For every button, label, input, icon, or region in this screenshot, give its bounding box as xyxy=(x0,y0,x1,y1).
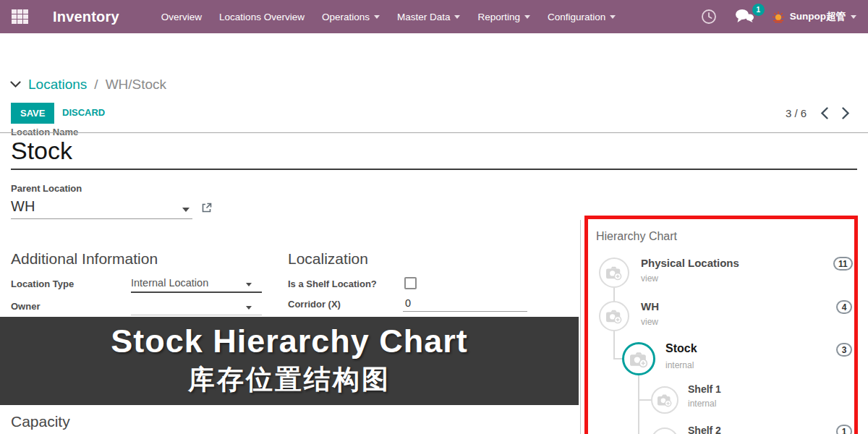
chevron-down-icon xyxy=(610,15,616,19)
pager-next-icon[interactable] xyxy=(842,107,850,119)
save-button[interactable]: SAVE xyxy=(11,103,54,124)
dropdown-caret-icon[interactable] xyxy=(246,283,252,286)
dropdown-caret-icon[interactable] xyxy=(182,208,190,212)
location-image-icon xyxy=(622,342,655,375)
menu-operations[interactable]: Operations xyxy=(322,12,380,22)
corridor-label: Corridor (X) xyxy=(288,299,341,310)
form-view: Locations / WH/Stock SAVE DISCARD 3 / 6 … xyxy=(0,33,868,434)
chevron-down-icon xyxy=(454,15,460,19)
tree-connector xyxy=(613,331,615,359)
section-additional-information: Additional Information xyxy=(11,250,158,268)
shelf-location-label: Is a Shelf Location? xyxy=(288,278,377,289)
location-type-label: Location Type xyxy=(11,278,74,289)
breadcrumb-separator: / xyxy=(94,77,98,93)
tree-connector xyxy=(638,375,639,401)
node-name: Shelf 2 xyxy=(688,425,721,434)
panel-divider xyxy=(580,220,581,434)
child-count-badge: 3 xyxy=(836,343,852,357)
location-name-underline xyxy=(11,169,857,170)
tree-connector xyxy=(638,399,652,401)
breadcrumb-locations-link[interactable]: Locations xyxy=(28,77,87,93)
apps-menu-icon[interactable] xyxy=(12,9,28,24)
parent-location-field[interactable]: WH xyxy=(11,198,35,215)
menu-configuration[interactable]: Configuration xyxy=(548,12,616,22)
tree-connector xyxy=(638,401,639,434)
hierarchy-node-physical-locations[interactable]: Physical Locations view 11 xyxy=(599,257,856,289)
dropdown-caret-icon[interactable] xyxy=(246,306,252,310)
location-image-icon xyxy=(651,386,678,414)
menu-master-data[interactable]: Master Data xyxy=(397,12,461,22)
section-capacity: Capacity xyxy=(11,413,70,430)
chevron-down-icon xyxy=(851,15,856,19)
node-type: internal xyxy=(665,360,694,370)
pager-counter: 3 / 6 xyxy=(786,107,807,119)
owner-label: Owner xyxy=(11,301,40,312)
breadcrumb-current: WH/Stock xyxy=(106,77,166,93)
navbar-systray: 1 Sunpop超管 xyxy=(701,8,868,26)
node-name: WH xyxy=(641,300,659,312)
chevron-down-icon xyxy=(374,15,380,19)
app-title[interactable]: Inventory xyxy=(53,9,119,25)
chevron-down-icon[interactable] xyxy=(10,81,21,88)
corridor-input[interactable]: 0 xyxy=(405,297,411,309)
hierarchy-node-shelf-2[interactable]: Shelf 2 internal 1 xyxy=(651,425,856,434)
hierarchy-node-wh[interactable]: WH view 4 xyxy=(599,300,856,333)
hierarchy-chart-title: Hierarchy Chart xyxy=(596,230,677,243)
top-navbar: Inventory Overview Locations Overview Op… xyxy=(0,0,868,33)
location-image-icon xyxy=(651,427,678,434)
message-count-badge: 1 xyxy=(752,4,765,16)
section-localization: Localization xyxy=(288,250,368,268)
hierarchy-node-shelf-1[interactable]: Shelf 1 internal xyxy=(651,383,856,414)
messages-button[interactable]: 1 xyxy=(734,8,754,26)
node-type: view xyxy=(641,317,658,327)
banner-subtitle: 库存位置结构图 xyxy=(0,362,579,398)
node-type: internal xyxy=(688,399,716,409)
node-type: view xyxy=(641,273,658,284)
chevron-down-icon xyxy=(524,15,530,19)
menu-overview[interactable]: Overview xyxy=(161,12,202,22)
discard-button[interactable]: DISCARD xyxy=(62,107,105,118)
external-link-icon[interactable] xyxy=(200,202,213,214)
menu-label: Overview xyxy=(161,12,202,22)
main-menu: Overview Locations Overview Operations M… xyxy=(161,12,616,22)
menu-label: Locations Overview xyxy=(219,12,305,22)
node-name: Shelf 1 xyxy=(688,383,721,395)
avatar xyxy=(772,11,785,23)
sheet-top-divider xyxy=(0,132,868,133)
corridor-underline xyxy=(403,311,527,312)
promo-banner: Stock Hierarchy Chart 库存位置结构图 xyxy=(0,317,579,405)
user-menu[interactable]: Sunpop超管 xyxy=(772,10,856,23)
parent-location-label: Parent Location xyxy=(11,183,82,194)
node-name: Stock xyxy=(665,342,697,355)
chat-bubbles-icon xyxy=(734,8,754,23)
breadcrumb: Locations / WH/Stock xyxy=(10,77,166,93)
location-type-underline xyxy=(131,292,262,293)
menu-label: Master Data xyxy=(397,12,451,22)
location-image-icon xyxy=(599,301,629,331)
hierarchy-node-stock[interactable]: Stock internal 3 xyxy=(622,342,856,376)
child-count-badge: 11 xyxy=(833,257,853,271)
menu-label: Operations xyxy=(322,12,370,22)
node-name: Physical Locations xyxy=(641,257,739,269)
child-count-badge: 4 xyxy=(836,300,852,314)
pager-previous-icon[interactable] xyxy=(820,107,828,119)
child-count-badge: 1 xyxy=(836,425,852,434)
location-name-input[interactable]: Stock xyxy=(11,137,72,165)
owner-underline xyxy=(131,315,262,315)
menu-reporting[interactable]: Reporting xyxy=(477,12,530,22)
location-type-select[interactable]: Internal Location xyxy=(131,277,208,289)
banner-title: Stock Hierarchy Chart xyxy=(0,323,579,360)
shelf-location-checkbox[interactable] xyxy=(404,277,417,289)
user-name: Sunpop超管 xyxy=(790,10,846,23)
menu-label: Reporting xyxy=(477,12,520,22)
menu-locations-overview[interactable]: Locations Overview xyxy=(219,12,305,22)
location-image-icon xyxy=(599,258,629,288)
activities-clock-icon[interactable] xyxy=(701,9,717,25)
parent-location-underline xyxy=(11,218,192,219)
menu-label: Configuration xyxy=(548,12,605,22)
